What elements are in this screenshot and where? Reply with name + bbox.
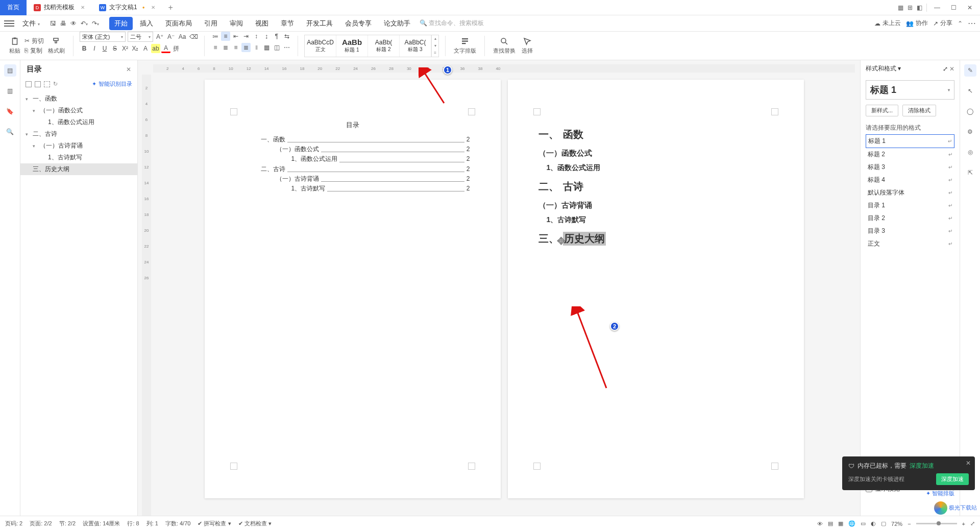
zoom-out-icon[interactable]: ▢: [881, 520, 886, 527]
shrink-font-icon[interactable]: A⁻: [166, 32, 176, 41]
style-list-item[interactable]: 默认段落字体↵: [866, 186, 954, 199]
redo-icon[interactable]: ↷▾: [92, 20, 99, 27]
fullscreen-icon[interactable]: ⤢: [970, 520, 975, 527]
view-read-icon[interactable]: ▭: [861, 520, 866, 527]
change-case-icon[interactable]: Aa: [178, 32, 187, 41]
outline-item[interactable]: 1、古诗默写: [20, 152, 137, 163]
paste-button[interactable]: 粘贴: [7, 37, 22, 55]
numbering-button[interactable]: ≡: [221, 32, 230, 41]
align-right-button[interactable]: ≡: [231, 43, 240, 52]
current-style[interactable]: 标题 1▾: [866, 80, 954, 100]
zoom-level[interactable]: 72%: [891, 521, 902, 527]
view-outline-icon[interactable]: 🌐: [848, 520, 855, 527]
ribbon-tab-dev[interactable]: 开发工具: [301, 17, 338, 30]
save-icon[interactable]: 🖫: [50, 20, 56, 27]
close-button[interactable]: ✕: [964, 2, 976, 14]
page-count[interactable]: 页面: 2/2: [30, 520, 52, 527]
phonetic-button[interactable]: 拼: [172, 44, 181, 53]
ribbon-tab-insert[interactable]: 插入: [135, 17, 158, 30]
tab-button[interactable]: ⇆: [282, 32, 291, 41]
command-search[interactable]: 🔍 查找命令、搜索模板: [416, 18, 487, 29]
style-normal[interactable]: AaBbCcD正文: [305, 35, 336, 57]
level-up-icon[interactable]: [44, 81, 50, 87]
borders-button[interactable]: ▦: [262, 43, 271, 52]
print-icon[interactable]: 🖶: [60, 20, 66, 27]
style-list-item[interactable]: 目录 2↵: [866, 212, 954, 225]
apps-icon[interactable]: ⊞: [908, 4, 913, 11]
font-size-select[interactable]: 二号▾: [128, 32, 153, 42]
popout-icon[interactable]: ⤢: [943, 65, 948, 73]
clear-format-icon[interactable]: ⌫: [189, 32, 198, 41]
grow-font-icon[interactable]: A⁺: [155, 32, 164, 41]
close-icon[interactable]: ✕: [966, 460, 971, 467]
bookmark-icon[interactable]: 🔖: [4, 105, 16, 117]
style-list-item[interactable]: 标题 3↵: [866, 161, 954, 174]
outline-item[interactable]: ▾一、函数: [20, 93, 137, 105]
thumbnail-icon[interactable]: ▥: [4, 85, 16, 97]
skin-icon[interactable]: ◧: [917, 4, 922, 11]
page-2[interactable]: 一、函数 （一）函数公式 1、函数公式运用 二、古诗 （一）古诗背诵 1、古诗默…: [508, 80, 804, 498]
strike-button[interactable]: S: [110, 44, 119, 53]
new-tab-button[interactable]: +: [162, 3, 179, 12]
sort-button[interactable]: ↕: [252, 32, 261, 41]
close-icon[interactable]: ✕: [81, 5, 85, 10]
text-effect-button[interactable]: A: [141, 44, 150, 53]
pointer-icon[interactable]: ↖: [964, 85, 976, 97]
style-heading2[interactable]: AaBb(标题 2: [368, 35, 400, 57]
zoom-minus[interactable]: −: [908, 521, 911, 527]
ribbon-tab-pagelayout[interactable]: 页面布局: [160, 17, 197, 30]
outline-item[interactable]: ▾（一）古诗背诵: [20, 140, 137, 152]
grid-icon[interactable]: ▦: [898, 4, 903, 11]
style-list-item[interactable]: 正文↵: [866, 237, 954, 250]
toc-entry[interactable]: 1、古诗默写2: [291, 184, 470, 194]
hamburger-icon[interactable]: [4, 20, 14, 27]
smart-layout-button[interactable]: ✦ 智能排版: [926, 490, 954, 497]
ribbon-tab-view[interactable]: 视图: [250, 17, 274, 30]
nightmode-icon[interactable]: ◐: [871, 520, 876, 527]
find-replace-button[interactable]: 查找替换: [491, 37, 518, 55]
export-icon[interactable]: ⇱: [964, 166, 976, 179]
bold-button[interactable]: B: [80, 44, 89, 53]
ribbon-tab-reference[interactable]: 引用: [199, 17, 223, 30]
style-list-item[interactable]: 标题 4↵: [866, 174, 954, 186]
style-gallery-scroll[interactable]: ▴▾≡: [431, 35, 438, 57]
close-icon[interactable]: ✕: [949, 65, 954, 73]
location-icon[interactable]: ◎: [964, 146, 976, 158]
maximize-button[interactable]: ☐: [947, 2, 960, 14]
outline-item[interactable]: ▾（一）函数公式: [20, 105, 137, 116]
shape-icon[interactable]: ◯: [964, 105, 976, 117]
italic-button[interactable]: I: [90, 44, 99, 53]
toc-entry[interactable]: 一、函数2: [261, 135, 470, 144]
pen-icon[interactable]: ✎: [964, 64, 976, 77]
toc-entry[interactable]: （一）函数公式2: [276, 144, 470, 154]
clear-format-button[interactable]: 清除格式: [902, 105, 936, 116]
shading-button[interactable]: ◫: [272, 43, 281, 52]
style-heading3[interactable]: AaBbC(标题 3: [400, 35, 431, 57]
style-list-item[interactable]: 标题 1↵: [866, 134, 954, 148]
zoom-plus[interactable]: +: [962, 521, 965, 527]
font-name-select[interactable]: 宋体 (正文)▾: [80, 32, 126, 42]
line-spacing-button[interactable]: ↨: [262, 32, 271, 41]
font-color-button[interactable]: A: [161, 44, 170, 53]
search-icon[interactable]: 🔍: [4, 126, 16, 138]
close-icon[interactable]: ✕: [126, 66, 131, 73]
refresh-icon[interactable]: ↻: [53, 81, 58, 87]
accelerate-button[interactable]: 深度加速: [936, 473, 969, 485]
format-painter-button[interactable]: 格式刷: [46, 37, 67, 55]
indent-right-button[interactable]: ⇥: [241, 32, 251, 41]
ribbon-tab-vip[interactable]: 会员专享: [340, 17, 377, 30]
view-print-icon[interactable]: ▤: [828, 520, 833, 527]
toc-entry[interactable]: （一）古诗背诵2: [276, 174, 470, 184]
style-list-item[interactable]: 标题 2↵: [866, 148, 954, 161]
page-number[interactable]: 页码: 2: [5, 520, 22, 527]
superscript-button[interactable]: X²: [120, 44, 130, 53]
position[interactable]: 设置值: 14厘米: [83, 520, 120, 527]
spell-check[interactable]: ✔ 拼写检查 ▾: [198, 520, 231, 527]
para-settings-button[interactable]: ⋯: [282, 43, 291, 52]
style-heading1[interactable]: AaBb标题 1: [336, 35, 368, 57]
new-style-button[interactable]: 新样式...: [866, 105, 898, 116]
word-count[interactable]: 字数: 4/70: [165, 520, 191, 527]
align-left-button[interactable]: ≡: [211, 43, 220, 52]
text-layout-button[interactable]: 文字排版: [452, 37, 478, 55]
doc-check[interactable]: ✔ 文档检查 ▾: [238, 520, 272, 527]
